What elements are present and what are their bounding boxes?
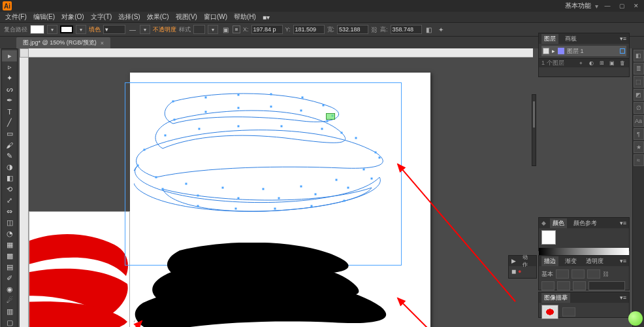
- expand-icon[interactable]: ▸: [552, 48, 555, 54]
- scale-tool[interactable]: ⤢: [2, 195, 17, 206]
- actions-tab[interactable]: 动作: [520, 253, 534, 269]
- y-input[interactable]: [293, 25, 325, 34]
- dock-icon-1[interactable]: ◧: [634, 50, 644, 61]
- selection-tool[interactable]: ▸: [2, 50, 17, 61]
- blend-tool[interactable]: ◉: [2, 284, 17, 295]
- align-icon[interactable]: ▣: [221, 25, 230, 34]
- color-swatch[interactable]: [541, 230, 556, 245]
- gradient-tool[interactable]: ▤: [2, 262, 17, 273]
- type-tool[interactable]: T: [2, 106, 17, 117]
- link-wh-icon[interactable]: ⛓: [371, 26, 378, 33]
- gradient-tab[interactable]: 渐变: [562, 256, 579, 266]
- h-input[interactable]: [391, 25, 422, 34]
- panel-menu-icon[interactable]: ▾≡: [620, 220, 626, 226]
- record-icon[interactable]: ●: [518, 268, 521, 275]
- dock-icon-2[interactable]: ≣: [634, 63, 644, 75]
- menu-window[interactable]: 窗口(W): [201, 12, 230, 22]
- menu-help[interactable]: 帮助(H): [231, 12, 259, 22]
- dock-icon-8[interactable]: ★: [634, 141, 644, 153]
- pencil-tool[interactable]: ✎: [2, 150, 17, 162]
- w-input[interactable]: [337, 25, 368, 34]
- stroke-label[interactable]: 填色: [89, 26, 101, 34]
- delete-layer-button[interactable]: 🗑: [619, 60, 626, 67]
- stroke-swatch[interactable]: [60, 26, 73, 33]
- symbol-sprayer-tool[interactable]: ☄: [2, 295, 17, 306]
- minimize-button[interactable]: —: [602, 2, 613, 10]
- transform-anchor-icon[interactable]: [233, 26, 240, 33]
- dock-icon-5[interactable]: ∅: [634, 102, 644, 114]
- menu-select[interactable]: 选择(S): [116, 12, 142, 22]
- paintbrush-tool[interactable]: 🖌: [2, 139, 17, 150]
- fill-dropdown[interactable]: ▾: [47, 25, 57, 34]
- vertical-scrollbar[interactable]: [532, 94, 536, 166]
- menu-edit[interactable]: 编辑(E): [31, 12, 57, 22]
- close-button[interactable]: ✕: [631, 2, 641, 10]
- color-tab[interactable]: 颜色: [550, 218, 567, 228]
- play-icon[interactable]: ▶: [511, 258, 516, 264]
- blob-brush-tool[interactable]: ◑: [2, 162, 17, 173]
- new-sublayer-button[interactable]: ⊞: [598, 60, 605, 67]
- link-icon[interactable]: ⛓: [603, 271, 609, 277]
- black-swirl-artwork[interactable]: [134, 243, 395, 327]
- selected-path-outline[interactable]: [134, 92, 395, 216]
- miter-limit-input[interactable]: [588, 281, 625, 290]
- perspective-tool[interactable]: ▦: [2, 239, 17, 250]
- width-tool[interactable]: ⇔: [2, 206, 17, 217]
- eyedropper-tool[interactable]: ✐: [2, 273, 17, 284]
- lasso-tool[interactable]: ᔕ: [2, 84, 17, 95]
- make-clipping-mask-button[interactable]: ◐: [587, 60, 595, 67]
- fill-swatch[interactable]: [30, 25, 44, 34]
- direct-selection-tool[interactable]: ▹: [2, 61, 17, 73]
- corner-miter[interactable]: [541, 281, 555, 290]
- panel-menu-icon[interactable]: ▾≡: [620, 294, 626, 301]
- mesh-tool[interactable]: ▩: [2, 250, 17, 262]
- dock-icon-7[interactable]: ¶: [634, 128, 644, 140]
- stroke-weight-input[interactable]: [103, 25, 125, 34]
- isolate-icon[interactable]: ✦: [436, 25, 445, 34]
- corner-bevel[interactable]: [573, 281, 586, 290]
- panel-menu-icon[interactable]: ▾≡: [620, 258, 626, 264]
- menu-object[interactable]: 对象(O): [59, 12, 86, 22]
- ruler-horizontal[interactable]: [29, 48, 533, 58]
- rotate-tool[interactable]: ⟲: [2, 184, 17, 195]
- style-dropdown[interactable]: ▾: [208, 25, 218, 34]
- canvas[interactable]: [29, 58, 533, 327]
- dock-icon-4[interactable]: ◩: [634, 89, 644, 101]
- link-thumbnail[interactable]: [541, 305, 558, 319]
- brush-dropdown[interactable]: ▾: [140, 25, 150, 34]
- panel-menu-icon[interactable]: ▾≡: [620, 35, 626, 42]
- placed-reference-image[interactable]: [29, 211, 130, 327]
- dock-icon-9[interactable]: ≈: [634, 154, 644, 166]
- new-layer-button[interactable]: ▣: [608, 60, 616, 67]
- maximize-button[interactable]: ▢: [617, 2, 627, 10]
- free-transform-tool[interactable]: ◫: [2, 217, 17, 228]
- column-graph-tool[interactable]: ▥: [2, 306, 17, 317]
- dock-icon-3[interactable]: ⬚: [634, 76, 644, 88]
- trace-button[interactable]: [562, 307, 575, 317]
- layers-tab[interactable]: 图层: [541, 34, 558, 44]
- color-guide-tab[interactable]: 颜色参考: [571, 218, 600, 228]
- workspace-switcher[interactable]: 基本功能: [565, 1, 591, 10]
- menu-effect[interactable]: 效果(C): [144, 12, 172, 22]
- artboard-tool[interactable]: ▢: [2, 317, 17, 327]
- layer-row[interactable]: ▸ 图层 1: [541, 46, 626, 56]
- x-input[interactable]: [251, 25, 283, 34]
- document-tab[interactable]: 图.jpg* @ 150% (RGB/预览) ×: [16, 37, 110, 48]
- stroke-dropdown[interactable]: ▾: [76, 25, 86, 34]
- magic-wand-tool[interactable]: ✦: [2, 73, 17, 84]
- opacity-label[interactable]: 不透明度: [153, 26, 176, 34]
- image-trace-tab[interactable]: 图像描摹: [541, 293, 570, 303]
- artboards-tab[interactable]: 画板: [562, 34, 579, 44]
- line-tool[interactable]: ╱: [2, 117, 17, 128]
- menu-extra[interactable]: ■▾: [260, 14, 272, 21]
- transparency-tab[interactable]: 透明度: [583, 256, 606, 266]
- layer-name[interactable]: 图层 1: [567, 47, 584, 56]
- pen-tool[interactable]: ✒: [2, 95, 17, 106]
- visibility-toggle[interactable]: [543, 48, 549, 54]
- cap-project[interactable]: [587, 269, 600, 279]
- shape-builder-tool[interactable]: ◔: [2, 228, 17, 239]
- ruler-vertical[interactable]: [20, 58, 29, 327]
- corner-round[interactable]: [557, 281, 570, 290]
- cap-butt[interactable]: [556, 269, 569, 279]
- dock-icon-6[interactable]: Aa: [634, 115, 644, 127]
